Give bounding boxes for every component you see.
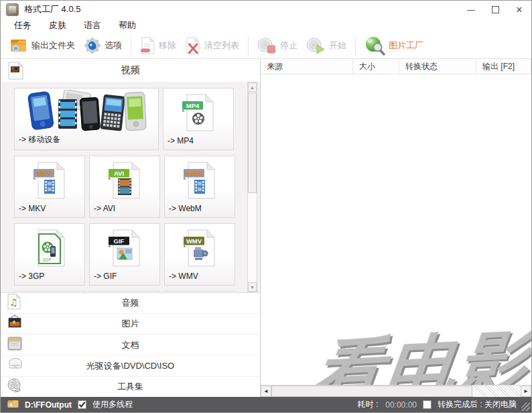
format-card-label: -> MKV [15, 204, 84, 217]
menu-item-任务[interactable]: 任务 [14, 19, 31, 32]
format-card-label: -> AVI [90, 204, 159, 217]
close-button[interactable]: ✕ [507, 1, 531, 18]
svg-text:MP4: MP4 [186, 101, 200, 109]
scroll-up-icon[interactable]: ▲ [248, 82, 257, 92]
toolbar-button-label: 选项 [105, 40, 122, 52]
vertical-scrollbar-thumb[interactable] [248, 93, 257, 193]
category-label: 光驱设备\DVD\CD\ISO [86, 360, 174, 372]
remove-icon [140, 37, 155, 54]
output-path[interactable]: D:\FFOutput [25, 400, 72, 410]
stop-icon [257, 37, 277, 54]
column-header-大小[interactable]: 大小 [353, 59, 399, 74]
gif-file-icon: GIF [90, 224, 159, 272]
statusbar-folder-icon [7, 399, 19, 410]
format-card-partial[interactable] [164, 291, 235, 292]
window-title: 格式工厂 4.0.5 [24, 3, 81, 15]
category-row-光驱设备DVDCDISO[interactable]: 光驱设备\DVD\CD\ISO [1, 355, 260, 376]
scroll-down-icon[interactable]: ▼ [248, 282, 257, 292]
format-card-label: -> GIF [90, 272, 159, 285]
column-header-转换状态[interactable]: 转换状态 [399, 59, 476, 74]
horizontal-scrollbar-thumb[interactable] [271, 386, 472, 397]
scroll-left-icon[interactable]: ◄ [261, 386, 271, 397]
toolbar-separator [248, 36, 249, 56]
toolbar-separator [131, 36, 131, 56]
task-list-header: 来源大小转换状态输出 [F2] [261, 59, 531, 74]
format-card-GIF[interactable]: GIF-> GIF [89, 223, 160, 286]
category-label: 音频 [122, 297, 139, 309]
toolbar-button-输出文件夹[interactable]: 输出文件夹 [10, 38, 75, 54]
webm-file-icon: webm [165, 156, 235, 204]
toolbar-button-图片工厂[interactable]: 图片工厂 [364, 36, 423, 56]
shutdown-checkbox[interactable] [423, 400, 431, 409]
toolbar-button-label: 移除 [159, 40, 176, 52]
format-card-label: -> WMV [165, 272, 235, 285]
svg-text:3GP: 3GP [42, 257, 51, 262]
toolbar-button-选项[interactable]: 选项 [84, 37, 122, 54]
video-format-area: -> 移动设备MP4-> MP4MKV-> MKVAVI-> AVIwebm->… [1, 82, 260, 292]
document-category-icon [7, 336, 23, 354]
menu-item-皮肤[interactable]: 皮肤 [49, 19, 66, 32]
category-list: ♫音频图片文档光驱设备\DVD\CD\ISO工具集 [1, 292, 260, 397]
horizontal-scrollbar[interactable]: ◄ ► [261, 385, 531, 397]
audio-category-icon: ♫ [7, 294, 21, 313]
toolbar-button-label: 开始 [329, 40, 346, 52]
task-panel: 来源大小转换状态输出 [F2] 看电影 ◄ ► [261, 59, 531, 397]
format-card-partial[interactable] [14, 291, 85, 292]
minimize-button[interactable]: — [459, 1, 483, 18]
format-card-partial[interactable] [89, 291, 160, 292]
toolbar-button-移除[interactable]: 移除 [140, 37, 176, 54]
mobile-devices-icon [15, 88, 158, 134]
category-row-文档[interactable]: 文档 [1, 334, 260, 355]
format-card-label: -> 3GP [15, 272, 84, 285]
format-card-label: -> MP4 [163, 136, 233, 150]
category-row-工具集[interactable]: 工具集 [1, 376, 260, 397]
toolbar-button-label: 输出文件夹 [31, 40, 75, 52]
video-format-grid: -> 移动设备MP4-> MP4MKV-> MKVAVI-> AVIwebm->… [1, 82, 245, 292]
toolbar-button-开始[interactable]: 开始 [306, 37, 346, 54]
vertical-scrollbar[interactable]: ▲ ▼ [247, 82, 257, 292]
category-row-图片[interactable]: 图片 [1, 313, 260, 334]
video-category-label: 视频 [121, 64, 140, 76]
toolbar-button-清空列表[interactable]: 清空列表 [185, 37, 239, 54]
category-label: 图片 [122, 318, 139, 330]
shutdown-label: 转换完成后 : 关闭电脑 [438, 399, 517, 410]
video-category-icon [7, 62, 23, 82]
format-card-3GP[interactable]: 3GP-> 3GP [14, 223, 85, 286]
format-card-MKV[interactable]: MKV-> MKV [14, 156, 85, 218]
svg-text:GIF: GIF [114, 237, 125, 244]
svg-text:AVI: AVI [114, 169, 124, 176]
category-label: 工具集 [117, 381, 143, 393]
toolbar-button-label: 停止 [280, 40, 297, 52]
format-card-AVI[interactable]: AVI-> AVI [89, 156, 160, 218]
picture-category-icon [7, 314, 23, 333]
maximize-icon [492, 6, 499, 13]
svg-text:WMV: WMV [186, 237, 202, 244]
format-card-label: -> 移动设备 [15, 134, 158, 150]
resize-grip-icon[interactable] [521, 402, 530, 411]
multithread-checkbox[interactable] [78, 400, 86, 409]
toolkit-category-icon [7, 377, 23, 396]
toolbar-button-label: 图片工厂 [389, 40, 423, 52]
output-folder-icon [10, 38, 28, 54]
menu-item-帮助[interactable]: 帮助 [119, 19, 136, 32]
menu-item-语言[interactable]: 语言 [84, 19, 101, 32]
svg-text:♫: ♫ [9, 297, 18, 308]
category-row-音频[interactable]: ♫音频 [1, 293, 260, 313]
format-card-移动设备[interactable]: -> 移动设备 [14, 88, 159, 150]
maximize-button[interactable] [483, 1, 507, 18]
format-card-WMV[interactable]: WMV-> WMV [164, 223, 235, 286]
category-header-video[interactable]: 视频 [1, 59, 260, 82]
column-header-输出F2[interactable]: 输出 [F2] [476, 59, 531, 74]
elapsed-value: 00:00:00 [385, 400, 417, 410]
wmv-file-icon: WMV [165, 224, 235, 272]
column-header-来源[interactable]: 来源 [261, 59, 353, 74]
format-card-WebM[interactable]: webm-> WebM [164, 156, 235, 218]
task-list-body[interactable]: 看电影 [261, 74, 531, 385]
format-card-MP4[interactable]: MP4-> MP4 [163, 88, 234, 150]
start-icon [306, 37, 326, 54]
title-bar: 格式工厂 4.0.5 — ✕ [1, 1, 531, 18]
3gp-file-icon: 3GP [15, 224, 84, 272]
toolbar-button-停止[interactable]: 停止 [257, 37, 297, 54]
format-panel: 视频 -> 移动设备MP4-> MP4MKV-> MKVAVI-> AVIweb… [1, 59, 261, 397]
scroll-right-icon[interactable]: ► [521, 386, 531, 397]
